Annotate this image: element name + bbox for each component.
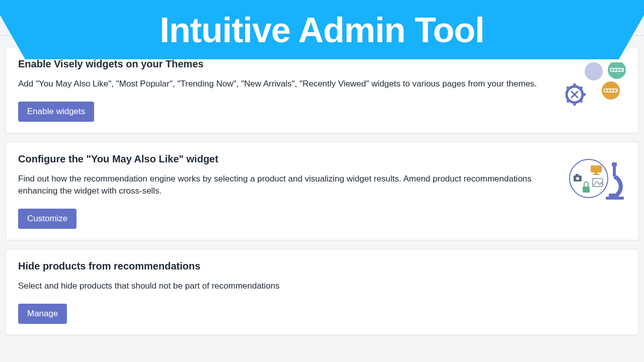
customize-button[interactable]: Customize bbox=[18, 209, 76, 229]
svg-rect-15 bbox=[614, 69, 616, 71]
svg-rect-17 bbox=[620, 69, 622, 71]
enable-widgets-button[interactable]: Enable widgets bbox=[18, 102, 94, 122]
svg-line-7 bbox=[567, 100, 570, 102]
svg-line-5 bbox=[567, 87, 570, 89]
svg-rect-25 bbox=[591, 165, 602, 172]
svg-rect-14 bbox=[611, 69, 613, 71]
content-area: Enable Visely widgets on your Themes Add… bbox=[0, 47, 644, 335]
svg-rect-26 bbox=[595, 172, 598, 174]
card-description: Find out how the recommendation engine w… bbox=[18, 173, 555, 198]
svg-rect-23 bbox=[614, 89, 616, 92]
banner-header: Intuitive Admin Tool bbox=[0, 0, 644, 59]
svg-rect-35 bbox=[606, 197, 624, 200]
svg-rect-36 bbox=[609, 194, 618, 197]
svg-line-8 bbox=[580, 87, 582, 89]
svg-rect-30 bbox=[576, 174, 579, 176]
svg-rect-20 bbox=[605, 89, 607, 92]
svg-rect-32 bbox=[583, 187, 590, 193]
svg-rect-22 bbox=[611, 89, 613, 92]
svg-rect-27 bbox=[593, 174, 600, 175]
card-title: Configure the "You May Also Like" widget bbox=[18, 153, 555, 165]
svg-point-11 bbox=[585, 62, 603, 80]
svg-rect-21 bbox=[608, 89, 610, 92]
svg-rect-16 bbox=[617, 69, 619, 71]
banner-title: Intuitive Admin Tool bbox=[0, 0, 644, 60]
svg-rect-33 bbox=[612, 162, 617, 166]
card-description: Select and hide products that should not… bbox=[18, 280, 626, 293]
svg-line-6 bbox=[580, 100, 582, 102]
manage-button[interactable]: Manage bbox=[18, 304, 67, 324]
card-description: Add "You May Also Like", "Most Popular",… bbox=[18, 78, 555, 90]
microscope-inspect-icon bbox=[566, 157, 626, 203]
widgets-cluster-icon bbox=[566, 62, 626, 108]
card-hide-products: Hide products from recommendations Selec… bbox=[6, 249, 638, 335]
card-configure-widget: Configure the "You May Also Like" widget… bbox=[6, 142, 638, 240]
card-title: Hide products from recommendations bbox=[18, 260, 626, 272]
svg-point-29 bbox=[576, 177, 579, 180]
